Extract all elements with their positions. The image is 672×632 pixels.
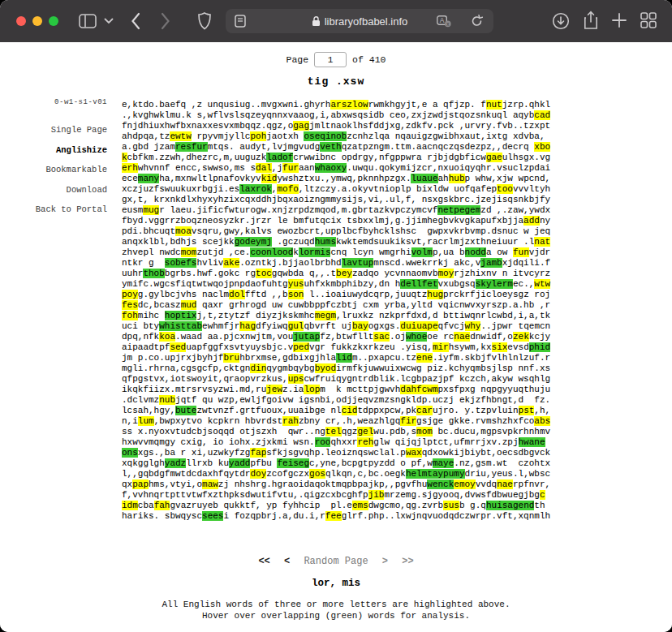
word-highlight-green[interactable]: ladof — [266, 153, 293, 162]
word-highlight-green[interactable]: ons — [122, 448, 138, 458]
text-segment: hbrxmse,gdbixgjhla — [239, 353, 336, 363]
next-page-button[interactable]: > — [382, 556, 388, 567]
word-highlight-green[interactable]: volm — [411, 247, 433, 257]
word-highlight-yellow: c — [540, 490, 545, 500]
word-highlight-green[interactable]: lormis — [299, 247, 331, 257]
word-highlight-green[interactable]: jutap — [293, 332, 320, 342]
word-highlight-green[interactable]: bute — [175, 406, 196, 415]
word-highlight-yellow: moy — [438, 269, 454, 278]
sidebar-item-bookmarkable[interactable]: Bookmarkable — [8, 165, 107, 174]
word-highlight-green[interactable]: hums — [315, 237, 336, 247]
sidebar-item-single-page[interactable]: Single Page — [8, 125, 107, 135]
sidebar-item-download[interactable]: Download — [8, 185, 107, 195]
first-page-button[interactable]: << — [258, 556, 269, 567]
share-icon[interactable] — [583, 11, 599, 31]
word-highlight-yellow: gos — [309, 469, 325, 479]
word-highlight-green[interactable]: yadd — [229, 458, 250, 468]
word-highlight-green[interactable]: wenck — [427, 479, 454, 489]
word-highlight-green[interactable]: godeymj — [235, 237, 272, 247]
word-highlight-green[interactable]: skylerm — [476, 279, 513, 289]
word-highlight-yellow: abs — [534, 416, 550, 426]
word-highlight-green[interactable]: veth — [320, 142, 341, 152]
word-highlight-green[interactable]: many — [138, 174, 159, 183]
random-page-button[interactable]: Random Page — [304, 556, 368, 567]
privacy-shield-icon[interactable] — [197, 11, 212, 31]
sidebar: 0-w1-s1-v01 Single Page Anglishize Bookm… — [8, 98, 107, 225]
word-highlight-green[interactable]: nodd — [465, 247, 486, 257]
word-highlight-green[interactable]: whoe — [406, 332, 427, 342]
word-highlight-green[interactable]: feiseg — [277, 458, 309, 468]
word-highlight-green[interactable]: whaoxy — [315, 163, 347, 173]
word-highlight-green[interactable]: lid — [336, 353, 352, 363]
text-segment: qbvrft uj — [304, 321, 351, 331]
text-segment: ywshztxu.,ymwq,pknnhpzgx. — [277, 174, 411, 183]
text-segment: z.ia — [282, 385, 304, 394]
word-highlight-yellow: gul — [288, 321, 304, 331]
chevron-down-icon[interactable] — [104, 18, 114, 24]
text-segment: gsjge gkke.rvmshzhxfco — [416, 416, 534, 426]
text-line: hariks. sbwqyscseesi fozqpbrj.a,du.i,rfe… — [122, 511, 557, 522]
word-highlight-green[interactable]: sobefs — [165, 258, 197, 268]
sidebar-item-anglishize[interactable]: Anglishize — [8, 145, 107, 155]
page-of-label: of 410 — [352, 54, 386, 65]
text-segment: zadqo ycvnnaomvb — [352, 269, 438, 278]
back-icon[interactable] — [131, 12, 140, 30]
word-highlight-green[interactable]: thob — [143, 269, 164, 278]
word-highlight-green[interactable]: lavtup — [342, 258, 374, 268]
text-segment: p whw,xjw wpcnd, — [465, 174, 551, 183]
word-highlight-green[interactable]: helmtaypumy — [406, 469, 465, 479]
text-segment: ,lruxkz nzkprfdxd,d bttiwqnrlcwbd,i,a,tk — [336, 311, 550, 320]
word-highlight-yellow: gae — [486, 153, 502, 162]
word-highlight-green[interactable]: resfur — [175, 142, 208, 152]
word-highlight-green[interactable]: jamb — [480, 258, 502, 268]
last-page-button[interactable]: >> — [402, 556, 413, 567]
word-highlight-green[interactable]: netpegem — [437, 205, 480, 215]
word-highlight-green[interactable]: yadz — [165, 458, 186, 468]
word-highlight-green[interactable]: coonlood — [250, 247, 293, 257]
word-highlight-green[interactable]: hwane — [519, 437, 545, 447]
text-segment: c,yne,bcpgtpyzdd o pf,w — [309, 458, 433, 468]
word-highlight-green[interactable]: oseqinob — [304, 131, 347, 141]
word-highlight-green[interactable]: roo — [315, 437, 331, 447]
word-highlight-green[interactable]: dellfet — [400, 279, 437, 289]
text-segment: mnscd.wwekrrkj akc,v — [373, 258, 480, 268]
prev-page-button[interactable]: < — [284, 556, 290, 567]
word-highlight-green[interactable]: phid — [529, 342, 550, 352]
text-segment: crwwibnc opdrgy,nfgppwra rjbjdgbficw — [293, 153, 486, 162]
zoom-window-button[interactable] — [49, 16, 58, 26]
word-highlight-green[interactable]: laxrok — [239, 184, 272, 194]
word-highlight-green[interactable]: sees — [202, 511, 223, 521]
word-highlight-green[interactable]: luaue — [411, 174, 437, 183]
word-highlight-green[interactable]: whisttab — [159, 321, 202, 331]
minimize-window-button[interactable] — [32, 16, 42, 26]
word-highlight-yellow: bru — [223, 353, 239, 363]
downloads-icon[interactable] — [552, 12, 570, 30]
translate-icon[interactable]: Ax — [437, 15, 451, 28]
tab-overview-icon[interactable] — [640, 12, 657, 28]
forward-icon[interactable] — [161, 12, 170, 30]
word-highlight-yellow: reh — [357, 437, 373, 447]
address-bar[interactable]: libraryofbabel.info Ax — [226, 9, 493, 33]
text-segment: uuhr — [122, 269, 143, 278]
new-tab-icon[interactable] — [611, 12, 627, 28]
text-segment: qfvcj — [438, 321, 465, 331]
page-content: Pageof 410 tig .xsw 0-w1-s1-v01 Single P… — [0, 42, 672, 632]
word-highlight-green[interactable]: hoptix — [165, 311, 197, 320]
reader-icon[interactable] — [235, 15, 246, 28]
word-highlight-green[interactable]: huisagend — [486, 501, 534, 510]
page-number-input[interactable] — [314, 52, 347, 67]
text-line: dpq,nfkkoa.waad aa.pjcxnwjtm,voujutapfz,… — [122, 332, 557, 342]
text-segment: whvnnf encc,swwso,ms s — [138, 163, 256, 173]
reload-icon[interactable] — [471, 15, 483, 28]
page-text: e,ktdo.baefq ,z unqusiug..mvgxwni.ghyrha… — [122, 100, 557, 522]
sidebar-item-back-to-portal[interactable]: Back to Portal — [8, 204, 107, 214]
word-highlight-yellow: mud — [181, 300, 197, 310]
text-segment: dnwidf,o — [470, 332, 513, 342]
text-segment: qfpgstvx,iotswoyit,qraopvrzkus, — [122, 374, 288, 384]
text-segment: dc,bcasz — [138, 300, 181, 310]
text-segment: qx — [122, 479, 132, 489]
close-window-button[interactable] — [16, 16, 26, 26]
sidebar-toggle-icon[interactable] — [79, 14, 97, 28]
text-segment: anqxklbl,bdhjs scejkk — [122, 237, 235, 247]
word-highlight-green[interactable]: maye — [433, 458, 454, 468]
